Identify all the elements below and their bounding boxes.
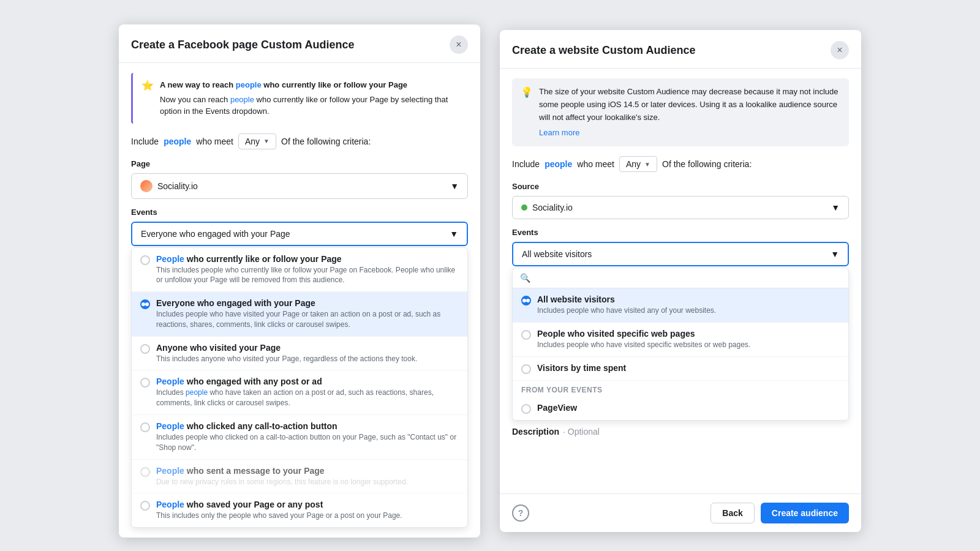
- dropdown-item-specific-pages-title: People who visited specific web pages: [537, 329, 750, 339]
- dropdown-item-like-follow[interactable]: People who currently like or follow your…: [132, 248, 467, 293]
- people-link-1: People: [156, 254, 184, 264]
- banner-body-people-link[interactable]: people: [230, 95, 254, 104]
- dropdown-item-cta[interactable]: People who clicked any call-to-action bu…: [132, 415, 467, 460]
- radio-saved[interactable]: [140, 501, 150, 511]
- dropdown-item-engaged[interactable]: Everyone who engaged with your Page Incl…: [132, 292, 467, 337]
- dropdown-item-message-text: People who sent a message to your Page D…: [156, 466, 408, 487]
- radio-post-engagement[interactable]: [140, 378, 150, 388]
- left-events-section: Events Everyone who engaged with your Pa…: [131, 208, 468, 528]
- source-select[interactable]: Sociality.io ▼: [512, 196, 849, 219]
- events-select-left[interactable]: Everyone who engaged with your Page ▼: [131, 222, 468, 246]
- right-events-section: Events All website visitors ▼ 🔍 All webs…: [512, 228, 849, 421]
- dropdown-item-post-engagement-text: People who engaged with any post or ad I…: [156, 377, 459, 408]
- dropdown-item-visited-desc: This includes anyone who visited your Pa…: [156, 354, 417, 364]
- banner-people-link[interactable]: people: [236, 80, 262, 89]
- dropdown-item-saved-title: People who saved your Page or any post: [156, 500, 402, 509]
- page-value: Sociality.io: [157, 181, 198, 191]
- radio-message[interactable]: [140, 467, 150, 477]
- dropdown-item-visited[interactable]: Anyone who visited your Page This includ…: [132, 337, 467, 371]
- banner-body: Now you can reach people who currently l…: [160, 94, 459, 118]
- radio-pageview[interactable]: [521, 404, 531, 414]
- learn-more-link[interactable]: Learn more: [539, 127, 840, 140]
- left-info-banner: ⭐ A new way to reach people who currentl…: [131, 73, 468, 124]
- right-notice-text: The size of your website Custom Audience…: [539, 86, 840, 139]
- left-page-section: Page Sociality.io ▼: [131, 159, 468, 199]
- right-criteria-suffix: Of the following criteria:: [662, 159, 752, 169]
- dropdown-item-specific-pages[interactable]: People who visited specific web pages In…: [513, 323, 848, 357]
- dropdown-search-input[interactable]: [535, 273, 841, 283]
- dropdown-item-pageview[interactable]: PageView: [513, 397, 848, 420]
- dropdown-item-engaged-title: Everyone who engaged with your Page: [156, 298, 459, 308]
- banner-headline: A new way to reach people who currently …: [160, 80, 407, 89]
- left-modal-close-button[interactable]: ×: [450, 36, 468, 54]
- left-modal-header: Create a Facebook page Custom Audience ×: [119, 24, 480, 63]
- dropdown-item-like-follow-title: People who currently like or follow your…: [156, 254, 459, 264]
- left-criteria-row: Include people who meet Any ▼ Of the fol…: [131, 133, 468, 149]
- page-label: Page: [131, 159, 468, 168]
- radio-engaged[interactable]: [140, 299, 150, 309]
- dropdown-item-visited-text: Anyone who visited your Page This includ…: [156, 343, 417, 364]
- star-icon: ⭐: [141, 80, 154, 118]
- dropdown-item-time-spent-text: Visitors by time spent: [537, 363, 626, 374]
- people-link-7: People: [156, 500, 184, 509]
- people-link-4b: people: [186, 388, 208, 397]
- right-description-row: Description · Optional: [512, 427, 849, 437]
- events-selected-value: Everyone who engaged with your Page: [141, 229, 290, 239]
- help-button[interactable]: ?: [512, 504, 529, 522]
- notice-body: The size of your website Custom Audience…: [539, 87, 838, 122]
- dropdown-item-time-spent[interactable]: Visitors by time spent: [513, 357, 848, 381]
- dropdown-item-post-engagement[interactable]: People who engaged with any post or ad I…: [132, 370, 467, 415]
- left-modal-title: Create a Facebook page Custom Audience: [131, 39, 354, 51]
- dropdown-item-message-title: People who sent a message to your Page: [156, 466, 408, 476]
- dropdown-item-saved[interactable]: People who saved your Page or any post T…: [132, 493, 467, 527]
- right-modal-footer: ? Back Create audience: [500, 493, 861, 532]
- left-modal-body: ⭐ A new way to reach people who currentl…: [119, 63, 480, 538]
- criteria-people-label: people: [164, 137, 191, 146]
- right-events-dropdown-list: 🔍 All website visitors Includes people w…: [512, 268, 849, 421]
- left-events-dropdown-list: People who currently like or follow your…: [131, 247, 468, 528]
- right-events-selected-value: All website visitors: [522, 249, 592, 259]
- source-label: Source: [512, 182, 849, 191]
- page-icon: [140, 180, 153, 192]
- radio-all-visitors[interactable]: [521, 296, 531, 305]
- radio-cta[interactable]: [140, 422, 150, 432]
- left-banner-text: A new way to reach people who currently …: [160, 79, 459, 118]
- criteria-middle: who meet: [196, 137, 233, 146]
- description-label: Description: [512, 427, 559, 437]
- from-your-events-label: From your events: [513, 381, 848, 397]
- radio-time-spent[interactable]: [521, 364, 531, 374]
- footer-actions: Back Create audience: [710, 503, 849, 523]
- events-label-right: Events: [512, 228, 849, 237]
- dropdown-item-post-engagement-title: People who engaged with any post or ad: [156, 377, 459, 386]
- dropdown-item-time-spent-title: Visitors by time spent: [537, 363, 626, 373]
- right-criteria-any-dropdown[interactable]: Any ▼: [619, 156, 657, 172]
- people-link-4: People: [156, 377, 184, 386]
- criteria-any-value: Any: [245, 137, 260, 146]
- criteria-any-dropdown[interactable]: Any ▼: [238, 133, 276, 149]
- dropdown-item-engaged-text: Everyone who engaged with your Page Incl…: [156, 298, 459, 330]
- right-events-chevron-icon: ▼: [831, 249, 839, 259]
- right-modal-close-button[interactable]: ×: [831, 41, 849, 59]
- dropdown-item-specific-pages-text: People who visited specific web pages In…: [537, 329, 750, 350]
- chevron-down-icon: ▼: [263, 138, 270, 144]
- dropdown-item-engaged-desc: Includes people who have visited your Pa…: [156, 309, 459, 330]
- right-modal-title: Create a website Custom Audience: [512, 44, 695, 57]
- radio-like-follow[interactable]: [140, 255, 150, 265]
- right-modal: Create a website Custom Audience × 💡 The…: [500, 30, 861, 532]
- dropdown-item-all-visitors[interactable]: All website visitors Includes people who…: [513, 288, 848, 323]
- page-select[interactable]: Sociality.io ▼: [131, 173, 468, 199]
- right-criteria-middle: who meet: [577, 159, 614, 169]
- radio-specific-pages[interactable]: [521, 330, 531, 340]
- dropdown-item-saved-text: People who saved your Page or any post T…: [156, 500, 402, 521]
- right-criteria-prefix: Include: [512, 159, 540, 169]
- dropdown-item-like-follow-text: People who currently like or follow your…: [156, 254, 459, 286]
- events-label-left: Events: [131, 208, 468, 217]
- create-audience-button[interactable]: Create audience: [761, 503, 849, 523]
- events-select-right[interactable]: All website visitors ▼: [512, 242, 849, 266]
- source-select-inner: Sociality.io: [521, 203, 573, 212]
- criteria-prefix: Include: [131, 137, 159, 146]
- back-button[interactable]: Back: [710, 503, 754, 523]
- radio-visited[interactable]: [140, 344, 150, 354]
- dropdown-item-all-visitors-title: All website visitors: [537, 294, 716, 304]
- dropdown-item-message[interactable]: People who sent a message to your Page D…: [132, 460, 467, 494]
